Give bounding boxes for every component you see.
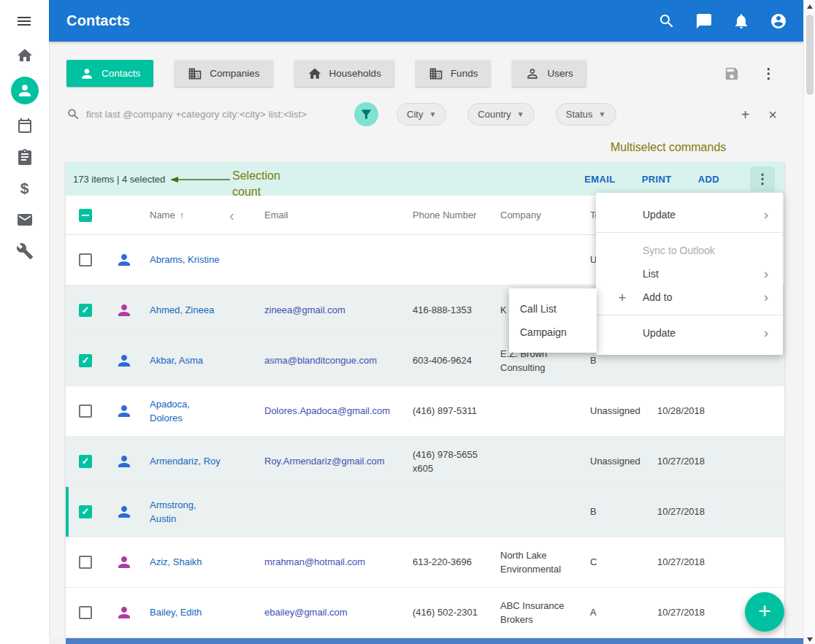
scroll-up-arrow[interactable]	[807, 4, 813, 9]
horizontal-scrollbar[interactable]	[49, 638, 803, 644]
table-row[interactable]: Aziz, Shaikh mrahman@hotmail.com 613-220…	[66, 537, 784, 588]
horizontal-scrollbar-thumb[interactable]	[66, 638, 803, 644]
menu-item-add-to[interactable]: + Add to ›	[596, 285, 783, 309]
row-checkbox[interactable]	[79, 354, 92, 367]
multiselect-menu: Update › Sync to Outlook List › + Add to…	[596, 193, 783, 355]
sort-ascending-icon: ↑	[180, 210, 185, 221]
column-header-email[interactable]: Email	[257, 208, 409, 223]
collapse-column-icon[interactable]: ‹	[226, 207, 234, 223]
table-row[interactable]: Apadoca, Dolores Dolores.Apadoca@gmail.c…	[66, 386, 784, 437]
contact-email-link[interactable]: zineea@gmail.com	[264, 304, 345, 315]
row-checkbox[interactable]	[79, 606, 92, 619]
contact-name-link[interactable]: Ahmed, Zineea	[150, 303, 222, 318]
row-checkbox[interactable]	[79, 405, 92, 418]
add-filter-plus-icon[interactable]: +	[741, 107, 750, 122]
print-button[interactable]: PRINT	[642, 174, 672, 185]
row-checkbox[interactable]	[79, 253, 92, 267]
vertical-scrollbar[interactable]	[803, 0, 815, 644]
row-checkbox[interactable]	[79, 505, 92, 518]
chip-city[interactable]: City▼	[397, 103, 446, 126]
hamburger-menu-icon[interactable]	[15, 12, 33, 30]
tab-funds[interactable]: Funds	[416, 60, 491, 87]
row-checkbox[interactable]	[79, 556, 92, 569]
column-header-phone[interactable]: Phone Number	[409, 208, 495, 223]
sidebar-item-contacts[interactable]	[11, 77, 39, 104]
table-row[interactable]: Armendariz, Roy Roy.Armendariz@gmail.com…	[66, 437, 784, 487]
contact-name-link[interactable]: Apadoca, Dolores	[150, 397, 222, 426]
contact-avatar-icon	[115, 352, 133, 369]
menu-divider	[596, 315, 783, 315]
menu-item-update-top[interactable]: Update ›	[596, 203, 783, 226]
annotation-arrow	[170, 175, 232, 185]
contact-avatar-icon	[115, 604, 133, 621]
select-all-checkbox[interactable]	[79, 209, 92, 222]
phone-cell: 603-406-9624	[409, 353, 495, 368]
chip-country[interactable]: Country▼	[467, 103, 534, 126]
page-title: Contacts	[66, 12, 130, 29]
chat-icon[interactable]	[695, 12, 713, 30]
account-icon[interactable]	[770, 12, 787, 30]
chevron-down-icon: ▼	[429, 110, 436, 118]
date-cell: 10/27/2018	[652, 555, 784, 570]
filter-button[interactable]	[354, 102, 378, 126]
chevron-down-icon: ▼	[517, 110, 524, 118]
contact-name-link[interactable]: Armendariz, Roy	[150, 454, 222, 469]
tab-contacts[interactable]: Contacts	[66, 60, 153, 87]
save-icon[interactable]	[724, 66, 740, 82]
tab-companies[interactable]: Companies	[175, 60, 272, 87]
search-input[interactable]	[86, 109, 345, 120]
contact-name-link[interactable]: Bailey, Edith	[150, 605, 222, 620]
table-row[interactable]: Armstrong, Austin B 10/27/2018	[66, 487, 784, 537]
sidebar-item-mail[interactable]	[15, 210, 35, 230]
menu-item-list[interactable]: List ›	[596, 262, 783, 285]
contact-email-link[interactable]: mrahman@hotmail.com	[264, 556, 365, 567]
contact-avatar-icon	[115, 503, 133, 521]
contact-avatar-icon	[115, 402, 133, 420]
dollar-icon: $	[20, 180, 29, 197]
add-to-submenu: Call List Campaign	[509, 288, 597, 353]
sidebar-item-home[interactable]	[15, 45, 35, 66]
table-row[interactable]: Bailey, Edith ebailey@gmail.com (416) 50…	[66, 588, 784, 638]
tab-households[interactable]: Households	[294, 60, 394, 87]
sidebar-item-calendar[interactable]	[15, 115, 35, 136]
sidebar-nav: $	[0, 45, 49, 261]
add-button[interactable]: ADD	[698, 174, 719, 185]
home-icon	[307, 66, 322, 81]
vertical-scrollbar-thumb[interactable]	[806, 15, 814, 95]
contact-email-link[interactable]: Roy.Armendariz@gmail.com	[264, 456, 385, 467]
row-checkbox[interactable]	[79, 304, 92, 317]
contact-email-link[interactable]: ebailey@gmail.com	[264, 607, 348, 618]
contact-name-link[interactable]: Aziz, Shaikh	[150, 555, 222, 570]
chip-status[interactable]: Status▼	[556, 103, 616, 126]
view-more-kebab-icon[interactable]: ⋮	[762, 66, 776, 80]
menu-item-update-bottom[interactable]: Update ›	[596, 321, 783, 345]
sidebar-item-billing[interactable]: $	[15, 178, 35, 199]
submenu-item-campaign[interactable]: Campaign	[509, 321, 597, 344]
contact-email-link[interactable]: Dolores.Apadoca@gmail.com	[264, 405, 390, 416]
annotation-multiselect-commands: Multiselect commands	[611, 141, 726, 154]
contact-name-link[interactable]: Abrams, Kristine	[150, 253, 222, 267]
add-contact-fab[interactable]: +	[745, 592, 784, 632]
column-header-name[interactable]: Name↑	[142, 208, 226, 223]
sidebar-item-tasks[interactable]	[15, 147, 35, 167]
entity-tabs: Contacts Companies Households Funds User…	[66, 60, 784, 87]
contact-email-link[interactable]: asma@blanditcongue.com	[264, 355, 377, 366]
multiselect-kebab-icon[interactable]: ⋮	[750, 166, 775, 191]
notifications-bell-icon[interactable]	[732, 12, 750, 30]
left-sidebar: $	[0, 0, 49, 644]
email-button[interactable]: EMAIL	[584, 174, 615, 185]
contact-name-link[interactable]: Akbar, Asma	[150, 353, 222, 368]
row-checkbox[interactable]	[79, 455, 92, 468]
tab-users[interactable]: Users	[512, 60, 586, 87]
plus-icon: +	[613, 291, 631, 304]
sidebar-item-tools[interactable]	[15, 241, 35, 261]
scroll-down-arrow[interactable]	[807, 637, 813, 642]
wrench-icon	[16, 242, 34, 260]
search-icon[interactable]	[658, 12, 676, 30]
date-cell: 10/27/2018	[652, 505, 784, 519]
menu-divider	[596, 232, 783, 233]
submenu-item-call-list[interactable]: Call List	[509, 297, 597, 321]
clear-search-close-icon[interactable]: ×	[768, 107, 777, 122]
contact-name-link[interactable]: Armstrong, Austin	[150, 498, 222, 526]
column-header-company[interactable]: Company	[495, 208, 584, 223]
